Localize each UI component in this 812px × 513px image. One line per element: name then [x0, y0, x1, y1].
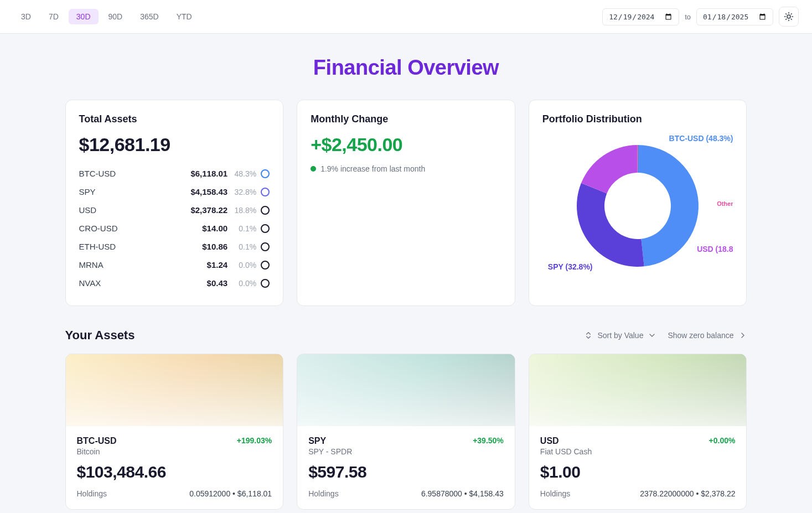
asset-card-usd[interactable]: USDFiat USD Cash+0.00%$1.00Holdings2378.… [529, 354, 747, 510]
asset-row-pct: 0.1% [232, 224, 256, 233]
donut-slice-btc-usd[interactable] [638, 145, 699, 266]
range-tabs: 3D7D30D90D365DYTD [13, 9, 200, 24]
range-tab-30d[interactable]: 30D [69, 9, 99, 24]
asset-row-value: $0.43 [207, 278, 228, 288]
asset-row-name: BTC-USD [79, 169, 191, 178]
asset-change: +0.00% [709, 436, 736, 445]
asset-symbol: SPY [308, 436, 352, 446]
donut-slice-usd[interactable] [581, 145, 638, 194]
pie-label-usd: USD (18.8 [697, 245, 733, 253]
to-label: to [685, 13, 691, 21]
range-tab-365d[interactable]: 365D [132, 9, 166, 24]
topbar: 3D7D30D90D365DYTD to [0, 0, 812, 34]
chevrons-updown-icon [584, 331, 593, 340]
asset-row[interactable]: BTC-USD$6,118.0148.3% [79, 164, 270, 183]
asset-row[interactable]: USD$2,378.2218.8% [79, 201, 270, 219]
asset-row[interactable]: NVAX$0.430.0% [79, 274, 270, 292]
assets-section-title: Your Assets [65, 328, 135, 343]
asset-hero-image [297, 354, 515, 426]
asset-row[interactable]: MRNA$1.240.0% [79, 256, 270, 274]
dot-icon [311, 166, 316, 172]
asset-symbol: BTC-USD [77, 436, 117, 446]
date-from-input[interactable] [602, 8, 679, 25]
asset-price: $1.00 [540, 463, 736, 481]
asset-price: $597.58 [308, 463, 504, 481]
svg-line-3 [786, 14, 787, 14]
page-title: Financial Overview [65, 56, 747, 80]
show-zero-label: Show zero balance [668, 331, 733, 340]
pie-label-other: Other [717, 200, 733, 207]
date-to-input[interactable] [696, 8, 773, 25]
holdings-value: 6.95878000 • $4,158.43 [421, 489, 504, 498]
asset-row-pct: 18.8% [232, 206, 256, 215]
monthly-change-card: Monthly Change +$2,450.00 1.9% increase … [297, 100, 515, 306]
sort-label: Sort by Value [597, 331, 643, 340]
ring-icon [261, 206, 270, 215]
range-tab-3d[interactable]: 3D [13, 9, 39, 24]
monthly-change-title: Monthly Change [311, 113, 501, 125]
ring-icon [261, 279, 270, 288]
assets-controls: Sort by Value Show zero balance [584, 331, 747, 340]
asset-change: +199.03% [237, 436, 272, 445]
pie-label-spy: SPY (32.8%) [548, 262, 593, 271]
sort-button[interactable]: Sort by Value [584, 331, 656, 340]
monthly-change-note: 1.9% increase from last month [311, 164, 501, 173]
sun-icon [784, 12, 794, 22]
asset-row-value: $10.86 [202, 242, 227, 251]
svg-point-0 [787, 15, 790, 18]
total-assets-value: $12,681.19 [79, 134, 270, 156]
asset-row-name: NVAX [79, 278, 207, 288]
ring-icon [261, 169, 270, 178]
asset-row-name: MRNA [79, 260, 207, 270]
asset-price: $103,484.66 [77, 463, 272, 481]
asset-change: +39.50% [473, 436, 504, 445]
asset-hero-image [529, 354, 747, 426]
holdings-label: Holdings [308, 489, 338, 498]
asset-symbol: USD [540, 436, 592, 446]
asset-row-name: ETH-USD [79, 242, 203, 251]
asset-card-spy[interactable]: SPYSPY - SPDR+39.50%$597.58Holdings6.958… [297, 354, 515, 510]
total-assets-title: Total Assets [79, 113, 270, 125]
donut-slice-spy[interactable] [577, 183, 644, 267]
asset-subtitle: SPY - SPDR [308, 447, 352, 456]
distribution-title: Portfolio Distribution [542, 113, 733, 125]
asset-subtitle: Fiat USD Cash [540, 447, 592, 456]
asset-row-pct: 0.0% [232, 279, 256, 288]
asset-row-value: $1.24 [207, 260, 228, 270]
ring-icon [261, 242, 270, 251]
asset-row-name: SPY [79, 187, 191, 196]
pie-label-btc: BTC-USD (48.3%) [669, 134, 733, 143]
asset-row-pct: 48.3% [232, 169, 256, 178]
asset-row-name: USD [79, 205, 191, 215]
date-range-group: to [602, 7, 799, 27]
holdings-label: Holdings [77, 489, 107, 498]
holdings-value: 2378.22000000 • $2,378.22 [640, 489, 735, 498]
asset-row-value: $6,118.01 [190, 169, 227, 178]
asset-row[interactable]: CRO-USD$14.000.1% [79, 219, 270, 237]
total-assets-card: Total Assets $12,681.19 BTC-USD$6,118.01… [65, 100, 284, 306]
distribution-card: Portfolio Distribution BTC-USD (48.3%) S… [529, 100, 747, 306]
range-tab-7d[interactable]: 7D [41, 9, 66, 24]
asset-row-name: CRO-USD [79, 224, 203, 233]
asset-row-value: $14.00 [202, 224, 227, 233]
asset-hero-image [66, 354, 283, 426]
ring-icon [261, 224, 270, 233]
range-tab-90d[interactable]: 90D [101, 9, 131, 24]
assets-section-head: Your Assets Sort by Value Show zero bala… [65, 328, 747, 343]
asset-row-value: $4,158.43 [190, 187, 227, 196]
range-tab-ytd[interactable]: YTD [169, 9, 200, 24]
holdings-label: Holdings [540, 489, 570, 498]
show-zero-button[interactable]: Show zero balance [668, 331, 747, 340]
chevron-right-icon [738, 331, 747, 340]
monthly-change-value: +$2,450.00 [311, 134, 501, 156]
holdings-value: 0.05912000 • $6,118.01 [189, 489, 272, 498]
asset-subtitle: Bitcoin [77, 447, 117, 456]
asset-row[interactable]: SPY$4,158.4332.8% [79, 183, 270, 201]
asset-card-btc-usd[interactable]: BTC-USDBitcoin+199.03%$103,484.66Holding… [65, 354, 284, 510]
theme-toggle-button[interactable] [779, 7, 799, 27]
asset-row[interactable]: ETH-USD$10.860.1% [79, 237, 270, 256]
chevron-down-icon [648, 331, 656, 340]
svg-line-4 [791, 19, 792, 19]
asset-row-pct: 0.0% [232, 261, 256, 270]
asset-row-pct: 0.1% [232, 242, 256, 251]
